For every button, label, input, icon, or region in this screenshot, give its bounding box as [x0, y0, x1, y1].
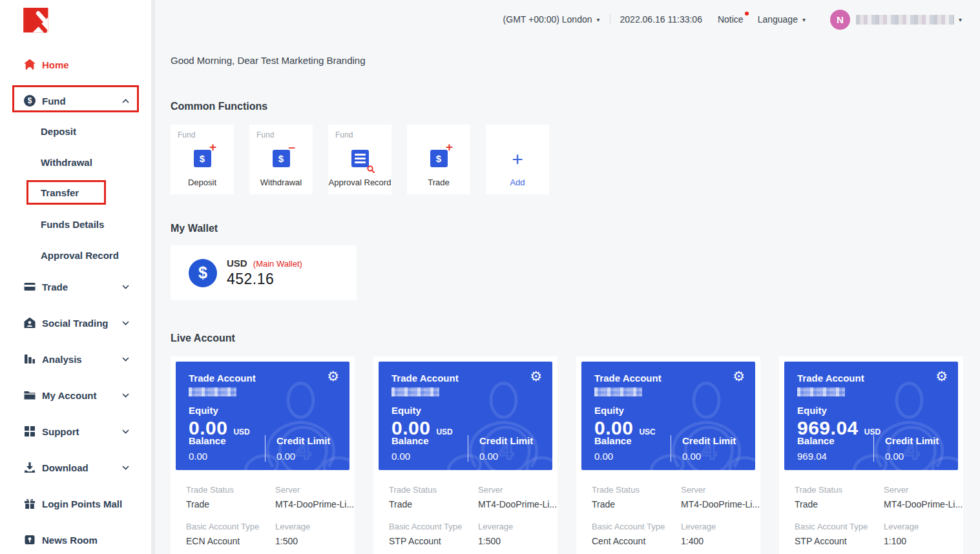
leverage-value: 1:500	[275, 536, 354, 546]
account-type-value: ECN Account	[186, 536, 275, 546]
balance-label: Balance	[594, 435, 671, 446]
sidebar-item-transfer[interactable]: Transfer	[0, 179, 155, 206]
function-label: Approval Record	[329, 178, 391, 187]
equity-label: Equity	[391, 405, 552, 416]
language-label: Language	[758, 14, 798, 25]
balance-value: 969.04	[797, 451, 873, 462]
caret-down-icon: ▾	[597, 16, 600, 23]
gear-icon[interactable]: ⚙	[530, 369, 542, 383]
section-title-common-functions: Common Functions	[171, 101, 980, 112]
account-number-redacted	[594, 387, 642, 396]
function-card-withdrawal[interactable]: Fund $– Withdrawal	[249, 125, 313, 194]
plus-icon: +	[505, 145, 530, 171]
avatar[interactable]: N	[830, 10, 850, 30]
function-card-add[interactable]: + Add	[486, 125, 549, 194]
trade-account-card: 4 Trade Account ⚙ Equity 0.00 USC Balanc…	[576, 356, 760, 554]
credit-limit-label: Credit Limit	[276, 435, 330, 446]
account-number-redacted	[797, 387, 845, 396]
sidebar-item-label: Fund	[42, 96, 66, 107]
equity-label: Equity	[797, 405, 958, 416]
account-type-value: STP Account	[389, 536, 478, 546]
notice-label: Notice	[718, 14, 744, 25]
timezone-selector[interactable]: (GMT +00:00) London ▾	[503, 14, 600, 25]
sidebar-item-my-account[interactable]: My Account	[0, 381, 155, 409]
gear-icon[interactable]: ⚙	[733, 369, 745, 383]
social-trading-icon	[23, 316, 36, 330]
account-summary-panel: 4 Trade Account ⚙ Equity 0.00 USC Balanc…	[581, 362, 755, 470]
sidebar-item-funds-details[interactable]: Funds Details	[0, 210, 155, 238]
sidebar-item-label: Funds Details	[41, 219, 104, 230]
function-label: Withdrawal	[260, 178, 302, 187]
chevron-down-icon	[122, 357, 129, 362]
account-type-label: Basic Account Type	[795, 522, 884, 531]
live-account-row: 4 Trade Account ⚙ Equity 0.00 USD Balanc…	[171, 356, 980, 554]
credit-limit-value: 0.00	[276, 451, 330, 462]
language-selector[interactable]: Language ▾	[758, 14, 806, 25]
notice-link[interactable]: Notice	[718, 14, 744, 25]
bar-chart-icon	[23, 353, 36, 366]
function-card-trade[interactable]: $+ Trade	[407, 125, 470, 194]
chevron-down-icon	[122, 321, 129, 325]
user-menu[interactable]: ▾	[856, 15, 962, 25]
timezone-label: (GMT +00:00) London	[503, 14, 592, 25]
trade-account-card: 4 Trade Account ⚙ Equity 0.00 USD Balanc…	[171, 356, 355, 554]
sidebar-item-label: Support	[42, 426, 79, 437]
notice-badge-dot	[745, 12, 749, 15]
trade-status-label: Trade Status	[592, 485, 681, 495]
approval-record-icon	[347, 145, 373, 171]
sidebar-item-label: Download	[42, 462, 89, 473]
account-type-label: Basic Account Type	[592, 522, 681, 531]
news-room-icon	[23, 533, 36, 547]
balance-value: 0.00	[594, 451, 671, 462]
sidebar-item-support[interactable]: Support	[0, 417, 155, 446]
deposit-icon: $+	[189, 145, 215, 171]
trade-status-value: Trade	[592, 499, 681, 509]
credit-limit-label: Credit Limit	[682, 435, 736, 446]
wallet-balance: 452.16	[227, 271, 302, 288]
sidebar-item-fund[interactable]: $ Fund	[0, 87, 155, 115]
sidebar-item-approval-record[interactable]: Approval Record	[0, 241, 155, 269]
account-details: Trade StatusTrade ServerMT4-DooPrime-Li.…	[373, 475, 558, 554]
main-content: (GMT +00:00) London ▾ 2022.06.16 11:33:0…	[155, 0, 980, 554]
common-functions-row: Fund $+ Deposit Fund $– Withdrawal Fund …	[171, 125, 980, 194]
account-card-title: Trade Account	[797, 373, 958, 384]
sidebar-item-home[interactable]: Home	[0, 50, 155, 79]
account-summary-panel: 4 Trade Account ⚙ Equity 969.04 USD Bala…	[784, 362, 958, 470]
function-card-approval-record[interactable]: Fund Approval Record	[328, 125, 391, 194]
sidebar-item-trade[interactable]: Trade	[0, 272, 155, 301]
trade-status-label: Trade Status	[795, 485, 884, 495]
balance-label: Balance	[797, 435, 873, 446]
gear-icon[interactable]: ⚙	[935, 369, 948, 383]
gear-icon[interactable]: ⚙	[327, 369, 339, 383]
function-label: Deposit	[188, 178, 216, 187]
trade-status-value: Trade	[389, 499, 478, 509]
sidebar-item-deposit[interactable]: Deposit	[0, 118, 155, 145]
chevron-down-icon	[122, 393, 129, 398]
sidebar-item-withdrawal[interactable]: Withdrawal	[0, 149, 155, 176]
credit-limit-value: 0.00	[885, 451, 939, 462]
sidebar-item-analysis[interactable]: Analysis	[0, 345, 155, 373]
account-details: Trade StatusTrade ServerMT4-DooPrime-Li.…	[779, 475, 963, 554]
datetime-label: 2022.06.16 11:33:06	[620, 14, 702, 25]
brand-logo-icon[interactable]	[23, 8, 59, 37]
server-label: Server	[275, 485, 354, 495]
sidebar-item-download[interactable]: Download	[0, 453, 155, 482]
username-redacted	[856, 15, 954, 25]
sidebar-item-social-trading[interactable]: Social Trading	[0, 309, 155, 337]
function-card-deposit[interactable]: Fund $+ Deposit	[171, 125, 234, 194]
credit-limit-label: Credit Limit	[885, 435, 939, 446]
greeting-text: Good Morning, Dear Test Marketing Brandi…	[171, 55, 980, 66]
wallet-info: USD (Main Wallet) 452.16	[227, 258, 302, 288]
sidebar-item-news-room[interactable]: News Room	[0, 526, 155, 554]
function-category: Fund	[178, 130, 195, 139]
chevron-down-icon	[122, 466, 129, 470]
sidebar-item-label: Approval Record	[41, 250, 119, 261]
wallet-card[interactable]: $ USD (Main Wallet) 452.16	[171, 245, 357, 300]
function-label: Add	[510, 178, 525, 187]
trade-status-value: Trade	[186, 499, 275, 509]
topbar: (GMT +00:00) London ▾ 2022.06.16 11:33:0…	[171, 0, 980, 39]
avatar-initial: N	[837, 14, 844, 25]
sidebar-item-login-points-mall[interactable]: Login Points Mall	[0, 489, 155, 518]
leverage-label: Leverage	[478, 522, 557, 531]
leverage-label: Leverage	[681, 522, 760, 531]
